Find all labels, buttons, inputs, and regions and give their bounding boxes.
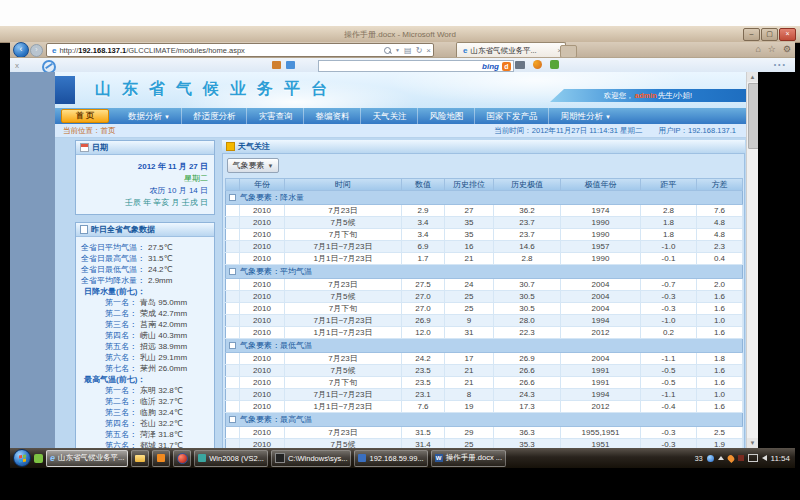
favorites-star-icon[interactable]: ☆ bbox=[768, 44, 776, 54]
checkbox[interactable] bbox=[229, 268, 236, 275]
group-title: 气象要素：最低气温 bbox=[240, 341, 312, 350]
card-icon[interactable] bbox=[272, 61, 281, 69]
row-checkbox-cell bbox=[226, 389, 240, 401]
table-cell: 1.7 bbox=[402, 253, 445, 265]
hidden-icons-arrow[interactable] bbox=[718, 456, 724, 460]
table-cell: -0.3 bbox=[641, 291, 697, 303]
menu-item[interactable]: 周期性分析▼ bbox=[548, 108, 621, 125]
page-header: 山东省气候业务平台 欢迎您，admin先生/小姐! bbox=[55, 72, 746, 108]
menu-item[interactable]: 风险地图 bbox=[417, 108, 474, 125]
camera-icon[interactable] bbox=[515, 61, 525, 69]
header-blue-block bbox=[55, 76, 75, 104]
menu-item[interactable]: 国家下发产品 bbox=[474, 108, 548, 125]
breadcrumb: 当前位置：首页 bbox=[55, 126, 116, 136]
pinned-app-green-icon[interactable] bbox=[34, 454, 43, 463]
ranking-item: 第五名：菏泽 31.8℃ bbox=[79, 429, 211, 440]
table-cell: -0.4 bbox=[641, 401, 697, 413]
orange-app-icon[interactable]: d bbox=[502, 62, 511, 71]
checkbox[interactable] bbox=[229, 342, 236, 349]
taskbar-media-app-button[interactable] bbox=[173, 450, 191, 467]
menu-item[interactable]: 整编资料 bbox=[303, 108, 360, 125]
minimize-button[interactable]: – bbox=[743, 28, 760, 41]
rank-label: 第七名： bbox=[105, 363, 137, 374]
tray-flame-icon[interactable] bbox=[726, 453, 735, 462]
remote-icon bbox=[358, 454, 366, 462]
weather-panel-title: 昨日全省气象数据 bbox=[91, 224, 155, 235]
table-cell: 23.7 bbox=[494, 229, 561, 241]
clock[interactable]: 11:54 bbox=[771, 454, 790, 463]
rank-value: 菏泽 31.8℃ bbox=[140, 429, 183, 440]
action-center-flag-icon[interactable] bbox=[738, 455, 744, 461]
menu-item[interactable]: 灾害查询 bbox=[246, 108, 303, 125]
scroll-up-icon[interactable]: ▲ bbox=[747, 72, 758, 82]
scroll-down-icon[interactable]: ▼ bbox=[747, 438, 758, 448]
menu-item[interactable]: 数据分析▼ bbox=[117, 108, 181, 125]
table-cell: 1957 bbox=[561, 241, 641, 253]
taskbar-orange-app-button[interactable] bbox=[152, 450, 170, 467]
weather-focus-body: 气象要素 ▼ 年份时间数值历史排位历史极值极值年份距平方差 气象要素：降水量20… bbox=[222, 154, 745, 448]
table-cell: 35 bbox=[445, 229, 494, 241]
group-cell: 气象要素：降水量 bbox=[226, 191, 743, 205]
table-cell: 2004 bbox=[561, 279, 641, 291]
tray-blue-icon[interactable] bbox=[707, 455, 714, 462]
menu-item[interactable]: 舒适度分析 bbox=[181, 108, 247, 125]
stop-icon[interactable]: × bbox=[426, 46, 431, 55]
table-cell: 23.7 bbox=[494, 217, 561, 229]
more-icon[interactable]: ••• bbox=[774, 61, 787, 68]
element-filter-button[interactable]: 气象要素 ▼ bbox=[227, 158, 279, 173]
table-cell: 1991 bbox=[561, 365, 641, 377]
table-cell: 30.5 bbox=[494, 303, 561, 315]
table-cell: 1974 bbox=[561, 205, 641, 217]
checkbox[interactable] bbox=[229, 416, 236, 423]
home-icon[interactable]: ⌂ bbox=[755, 44, 760, 54]
puzzle-icon[interactable] bbox=[550, 60, 559, 69]
checkbox[interactable] bbox=[229, 194, 236, 201]
welcome-prefix: 欢迎您， bbox=[604, 91, 634, 101]
table-cell: 31 bbox=[445, 327, 494, 339]
table-cell: -0.5 bbox=[641, 377, 697, 389]
refresh-icon[interactable]: ↻ bbox=[416, 46, 423, 55]
dropdown-icon[interactable]: ▼ bbox=[395, 47, 400, 53]
table-cell: -1.1 bbox=[641, 389, 697, 401]
tab-title: 山东省气候业务平... bbox=[470, 46, 536, 56]
paw-icon[interactable] bbox=[533, 60, 542, 69]
taskbar-window-button[interactable]: W操作手册.docx ... bbox=[431, 450, 506, 467]
menu-item[interactable]: 天气关注 bbox=[360, 108, 417, 125]
taskbar-button-label: Win2008 (VS2... bbox=[209, 454, 264, 463]
back-button[interactable]: ‹ bbox=[13, 42, 29, 58]
taskbar-window-button[interactable]: 192.168.59.99... bbox=[354, 450, 427, 467]
table-cell: 2.8 bbox=[641, 205, 697, 217]
search-icon[interactable] bbox=[384, 47, 391, 54]
rank-label: 第一名： bbox=[105, 385, 137, 396]
maximize-button[interactable]: ▢ bbox=[761, 28, 778, 41]
page-scrollbar[interactable]: ▲ ▼ bbox=[746, 72, 758, 448]
table-cell: 1.8 bbox=[641, 217, 697, 229]
forward-button[interactable]: › bbox=[30, 44, 43, 57]
address-bar[interactable]: e http://192.168.137.1/GLCCLIMATE/module… bbox=[46, 43, 434, 57]
weather-data-panel: 昨日全省气象数据 全省日平均气温：27.5℃全省日最高气温：31.5℃全省日最低… bbox=[75, 222, 215, 448]
stat-value: 2.9mm bbox=[148, 275, 172, 286]
taskbar-folder-button[interactable] bbox=[131, 450, 149, 467]
taskbar-window-button[interactable]: C:\Windows\sys... bbox=[271, 450, 352, 467]
settings-gear-icon[interactable]: ⚙ bbox=[783, 44, 791, 54]
rank-value: 东明 32.8℃ bbox=[140, 385, 183, 396]
compatibility-icon[interactable]: ▤ bbox=[404, 46, 412, 55]
network-monitor-icon[interactable] bbox=[748, 454, 758, 462]
toolbar-close-icon[interactable]: x bbox=[15, 61, 19, 70]
taskbar: e山东省气候业务平... Win2008 (VS2...C:\Windows\s… bbox=[10, 448, 795, 468]
table-cell: 8 bbox=[445, 389, 494, 401]
search-box[interactable]: bing d bbox=[318, 60, 514, 72]
browser-tab[interactable]: e 山东省气候业务平... × bbox=[456, 42, 566, 58]
rank-label: 第三名： bbox=[105, 319, 137, 330]
volume-icon[interactable] bbox=[762, 455, 767, 461]
ranking-item: 第六名：郯城 31.7℃ bbox=[79, 440, 211, 448]
start-button[interactable] bbox=[13, 449, 31, 467]
close-button[interactable]: × bbox=[779, 28, 796, 41]
taskbar-window-button[interactable]: e山东省气候业务平... bbox=[46, 450, 128, 467]
mail-icon[interactable] bbox=[286, 61, 295, 69]
table-cell: -0.3 bbox=[641, 303, 697, 315]
breadcrumb-bar: 当前位置：首页 当前时间：2012年11月27日 11:14:31 星期二 用户… bbox=[55, 124, 746, 138]
taskbar-window-button[interactable]: Win2008 (VS2... bbox=[194, 450, 268, 467]
table-cell: 26.9 bbox=[494, 353, 561, 365]
menu-item-home[interactable]: 首 页 bbox=[61, 109, 109, 123]
